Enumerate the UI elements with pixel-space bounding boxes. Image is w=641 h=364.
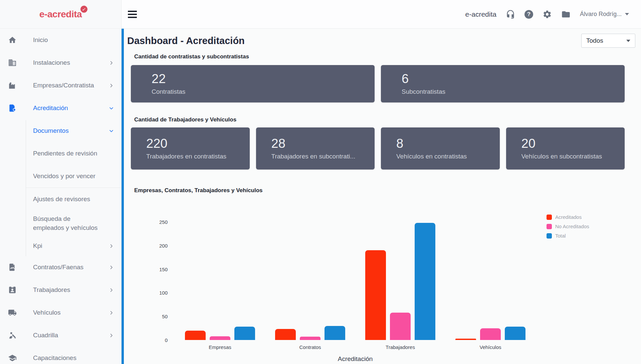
sidebar-item-label: Acreditación bbox=[33, 104, 68, 112]
stat-label: Vehículos en subcontratistas bbox=[521, 153, 625, 160]
chart-section-heading: Empresas, Contratos, Trabajadores y Vehí… bbox=[134, 187, 635, 194]
bar-total[interactable] bbox=[505, 327, 525, 340]
bar-acreditados[interactable] bbox=[185, 331, 206, 340]
topbar: e-acredita ? Álvaro Rodríg... bbox=[122, 0, 641, 29]
folder-icon[interactable] bbox=[561, 10, 571, 19]
y-tick-label: 100 bbox=[159, 290, 168, 296]
sidebar-item-vehiculos[interactable]: Vehículos bbox=[0, 301, 121, 324]
chart-legend: AcreditadosNo AcreditadosTotal bbox=[547, 214, 589, 239]
y-tick-label: 200 bbox=[159, 243, 168, 249]
chevron-down-icon bbox=[109, 128, 114, 133]
title-row: Dashboard - Acreditación Todos bbox=[127, 33, 635, 48]
settings-gear-icon[interactable] bbox=[543, 10, 552, 19]
sidebar-subitem-busqueda[interactable]: Búsqueda de empleados y vehículos bbox=[0, 211, 121, 236]
sidebar-item-instalaciones[interactable]: Instalaciones bbox=[0, 51, 121, 74]
sidebar-nav: Inicio Instalaciones Empresas/Contratist… bbox=[0, 29, 121, 364]
y-tick-label: 50 bbox=[162, 314, 168, 319]
sidebar-subitem-ajustes-revisores[interactable]: Ajustes de revisores bbox=[0, 188, 121, 211]
filter-dropdown[interactable]: Todos bbox=[581, 34, 635, 48]
bar-total[interactable] bbox=[325, 326, 345, 340]
chevron-right-icon bbox=[109, 60, 114, 65]
factory-icon bbox=[8, 81, 17, 90]
help-icon[interactable]: ? bbox=[524, 10, 533, 19]
bar-no-acreditados[interactable] bbox=[210, 336, 230, 340]
sidebar-subitem-documentos[interactable]: Documentos bbox=[0, 119, 121, 142]
sidebar-item-label: Capacitaciones bbox=[33, 354, 76, 362]
sidebar: e-acredita ✓ Inicio Instalaciones bbox=[0, 0, 122, 364]
sidebar-subitem-kpi[interactable]: Kpi bbox=[0, 236, 121, 256]
bar-acreditados[interactable] bbox=[365, 250, 386, 340]
graduation-cap-icon bbox=[8, 354, 17, 362]
app-logo[interactable]: e-acredita ✓ bbox=[39, 9, 82, 20]
y-tick-label: 250 bbox=[159, 219, 168, 225]
sidebar-item-cuadrilla[interactable]: Cuadrilla bbox=[0, 324, 121, 347]
chart-plot: EmpresasContratosTrabajadoresVehículos bbox=[175, 222, 536, 340]
chevron-right-icon bbox=[109, 310, 114, 315]
sidebar-subitem-pendientes-revision[interactable]: Pendientes de revisión bbox=[0, 142, 121, 165]
stat-card-vehiculos-subcontratistas: 20 Vehículos en subcontratistas bbox=[506, 127, 625, 169]
app-window: e-acredita ✓ Inicio Instalaciones bbox=[0, 0, 641, 364]
x-category-label: Vehículos bbox=[445, 344, 536, 350]
y-tick-label: 150 bbox=[159, 267, 168, 272]
sidebar-item-inicio[interactable]: Inicio bbox=[0, 29, 121, 51]
sidebar-item-label: Instalaciones bbox=[33, 59, 70, 66]
support-headset-icon[interactable] bbox=[506, 10, 515, 19]
bar-total[interactable] bbox=[415, 223, 435, 340]
stat-value: 8 bbox=[396, 137, 500, 150]
bar-group: Empresas bbox=[175, 222, 265, 340]
legend-label: No Acreditados bbox=[555, 224, 589, 229]
truck-icon bbox=[8, 308, 17, 317]
contract-document-icon bbox=[8, 263, 17, 272]
bar-group: Trabajadores bbox=[355, 222, 445, 340]
chevron-right-icon bbox=[109, 83, 114, 88]
legend-item[interactable]: Acreditados bbox=[547, 214, 589, 220]
crew-worker-icon bbox=[8, 331, 17, 340]
sidebar-item-capacitaciones[interactable]: Capacitaciones bbox=[0, 347, 121, 364]
x-category-label: Trabajadores bbox=[355, 344, 445, 350]
stat-value: 28 bbox=[271, 137, 375, 150]
stat-label: Contratistas bbox=[152, 88, 375, 95]
legend-item[interactable]: No Acreditados bbox=[547, 224, 589, 229]
stat-value: 220 bbox=[146, 137, 250, 150]
section-heading-contractors: Cantidad de contratistas y subcontratist… bbox=[134, 53, 635, 60]
y-tick-label: 0 bbox=[165, 337, 168, 343]
bar-total[interactable] bbox=[234, 327, 255, 340]
id-badge-icon bbox=[8, 286, 17, 294]
bar-no-acreditados[interactable] bbox=[390, 313, 411, 340]
bar-acreditados[interactable] bbox=[455, 339, 476, 340]
bar-acreditados[interactable] bbox=[275, 329, 296, 340]
main-area: e-acredita ? Álvaro Rodríg... Da bbox=[122, 0, 641, 364]
stat-value: 22 bbox=[152, 72, 375, 85]
bar-no-acreditados[interactable] bbox=[300, 337, 320, 340]
legend-swatch bbox=[547, 224, 552, 229]
app-logo-text: e-acredita bbox=[39, 9, 82, 19]
contractors-cards-row: 22 Contratistas 6 Subcontratistas bbox=[131, 65, 625, 102]
sidebar-logo-area: e-acredita ✓ bbox=[0, 0, 121, 29]
section-heading-workers-vehicles: Cantidad de Trabajadores y Vehículos bbox=[134, 116, 635, 123]
legend-item[interactable]: Total bbox=[547, 233, 589, 239]
legend-swatch bbox=[547, 233, 552, 239]
submenu-indent-rule bbox=[26, 120, 26, 256]
bar-group: Vehículos bbox=[445, 222, 536, 340]
chart-y-ticks: 050100150200250 bbox=[127, 222, 168, 340]
document-shield-icon bbox=[8, 104, 17, 112]
topbar-right-cluster: e-acredita ? Álvaro Rodríg... bbox=[465, 10, 629, 19]
legend-swatch bbox=[547, 215, 552, 220]
sidebar-item-label: Contratos/Faenas bbox=[33, 264, 83, 271]
stat-card-trabajadores-subcontratistas: 28 Trabajadores en subcontrati... bbox=[256, 127, 375, 169]
bar-no-acreditados[interactable] bbox=[480, 328, 501, 340]
caret-down-icon bbox=[626, 40, 630, 42]
caret-down-icon bbox=[625, 13, 629, 15]
stat-value: 6 bbox=[402, 72, 625, 85]
menu-hamburger-icon[interactable] bbox=[128, 11, 137, 18]
sidebar-item-acreditacion[interactable]: Acreditación bbox=[0, 97, 121, 119]
page-content: Dashboard - Acreditación Todos Cantidad … bbox=[122, 29, 641, 364]
legend-label: Acreditados bbox=[555, 214, 582, 220]
sidebar-item-trabajadores[interactable]: Trabajadores bbox=[0, 279, 121, 301]
chevron-down-icon bbox=[109, 106, 114, 111]
stat-label: Trabajadores en contratistas bbox=[146, 153, 250, 160]
sidebar-subitem-vencidos[interactable]: Vencidos y por vencer bbox=[0, 165, 121, 188]
user-menu[interactable]: Álvaro Rodríg... bbox=[580, 11, 629, 18]
sidebar-item-empresas-contratista[interactable]: Empresas/Contratista bbox=[0, 74, 121, 97]
sidebar-item-contratos-faenas[interactable]: Contratos/Faenas bbox=[0, 256, 121, 279]
